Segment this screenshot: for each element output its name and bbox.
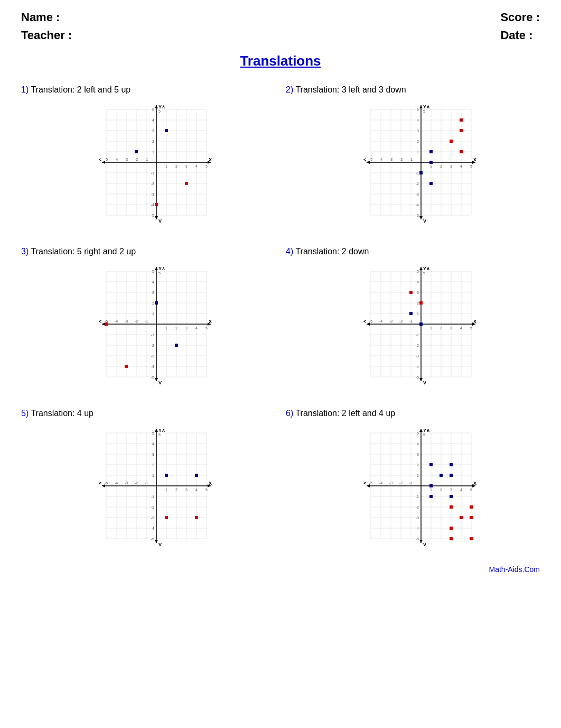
svg-rect-172 [125, 365, 128, 368]
svg-rect-354 [450, 495, 453, 498]
svg-text:-4: -4 [151, 365, 154, 368]
svg-text:V: V [423, 218, 426, 224]
svg-rect-231 [419, 322, 423, 326]
svg-rect-342 [450, 505, 453, 509]
svg-text:<: < [99, 481, 101, 486]
svg-text:-1: -1 [144, 481, 147, 485]
svg-text:2: 2 [175, 326, 177, 330]
svg-text:-3: -3 [389, 481, 392, 485]
svg-text:-2: -2 [415, 344, 418, 347]
teacher-label: Teacher : [21, 29, 72, 42]
svg-text:-1: -1 [151, 171, 154, 175]
problem-3: 3) Translation: 5 right and 2 up-5-4-3-2… [21, 247, 275, 388]
svg-text:-3: -3 [124, 481, 127, 485]
name-label: Name : [21, 11, 72, 24]
svg-text:4: 4 [195, 326, 198, 330]
graph-5: -5-4-3-2-112345-5-4-3-2-112345Y∧5VX< [80, 422, 217, 549]
svg-text:-1: -1 [144, 319, 147, 323]
problem-label-3: 3) Translation: 5 right and 2 up [21, 247, 275, 256]
svg-text:-3: -3 [151, 192, 154, 196]
svg-text:V: V [423, 380, 426, 385]
svg-text:-2: -2 [134, 319, 137, 323]
problem-label-4: 4) Translation: 2 down [286, 247, 540, 256]
svg-text:Y∧: Y∧ [158, 266, 165, 271]
svg-marker-84 [419, 216, 423, 219]
svg-text:3: 3 [185, 164, 188, 168]
svg-marker-27 [155, 216, 158, 219]
svg-rect-56 [135, 150, 138, 153]
svg-text:-1: -1 [415, 171, 418, 175]
svg-text:V: V [423, 542, 426, 547]
svg-text:-4: -4 [415, 203, 418, 207]
svg-text:<: < [363, 481, 366, 486]
svg-marker-26 [155, 105, 158, 108]
svg-text:1: 1 [165, 164, 167, 168]
svg-text:1: 1 [165, 488, 167, 492]
svg-text:2: 2 [440, 488, 442, 492]
svg-marker-315 [419, 429, 423, 432]
svg-text:Y∧: Y∧ [158, 428, 165, 433]
svg-text:<: < [99, 157, 101, 162]
svg-text:5: 5 [158, 109, 161, 113]
svg-text:-1: -1 [415, 495, 418, 499]
svg-rect-171 [105, 322, 108, 326]
svg-text:1: 1 [152, 312, 154, 316]
svg-text:5: 5 [158, 271, 161, 275]
svg-text:-5: -5 [369, 158, 372, 161]
svg-rect-228 [409, 291, 413, 294]
svg-text:-5: -5 [415, 375, 418, 379]
svg-marker-83 [419, 105, 423, 108]
svg-text:5: 5 [423, 109, 425, 113]
svg-text:3: 3 [152, 453, 154, 456]
svg-text:-4: -4 [379, 158, 382, 161]
svg-text:-1: -1 [409, 158, 412, 161]
svg-text:5: 5 [152, 431, 154, 435]
svg-text:-4: -4 [114, 158, 117, 161]
svg-text:-4: -4 [379, 481, 382, 485]
svg-text:V: V [158, 542, 162, 547]
svg-text:4: 4 [460, 488, 462, 492]
page-title: Translations [21, 53, 540, 69]
svg-rect-347 [470, 537, 473, 540]
svg-text:1: 1 [165, 326, 167, 330]
svg-text:5: 5 [423, 433, 425, 437]
svg-text:2: 2 [175, 164, 177, 168]
svg-text:4: 4 [152, 280, 154, 284]
svg-text:-5: -5 [415, 537, 418, 541]
svg-text:2: 2 [417, 463, 419, 467]
svg-text:-3: -3 [151, 354, 154, 358]
svg-text:3: 3 [185, 488, 188, 492]
svg-text:X: X [473, 481, 476, 486]
svg-rect-110 [460, 118, 463, 122]
svg-rect-115 [429, 161, 433, 164]
svg-text:-3: -3 [415, 516, 418, 520]
svg-marker-202 [419, 378, 423, 381]
header-right: Score : Date : [500, 11, 540, 42]
svg-text:-5: -5 [415, 214, 418, 217]
svg-text:5: 5 [205, 326, 208, 330]
svg-text:-3: -3 [415, 354, 418, 358]
svg-rect-286 [195, 516, 198, 519]
svg-text:5: 5 [158, 433, 161, 437]
svg-text:1: 1 [152, 474, 154, 477]
svg-text:X: X [209, 481, 212, 486]
svg-text:3: 3 [450, 164, 452, 168]
svg-text:-2: -2 [399, 481, 402, 485]
svg-rect-343 [470, 505, 473, 509]
svg-text:1: 1 [417, 150, 419, 154]
problem-2: 2) Translation: 3 left and 3 down-5-4-3-… [286, 85, 540, 226]
svg-text:4: 4 [417, 280, 419, 284]
svg-text:-1: -1 [151, 495, 154, 499]
problem-1: 1) Translation: 2 left and 5 up-5-4-3-2-… [21, 85, 275, 226]
svg-text:5: 5 [152, 270, 154, 273]
svg-text:-5: -5 [151, 214, 154, 217]
svg-text:5: 5 [205, 488, 208, 492]
svg-text:4: 4 [152, 118, 154, 122]
svg-rect-55 [165, 129, 168, 132]
svg-text:2: 2 [152, 140, 154, 143]
svg-text:3: 3 [185, 326, 188, 330]
svg-text:-5: -5 [369, 481, 372, 485]
svg-text:1: 1 [417, 312, 419, 316]
svg-rect-350 [450, 463, 453, 466]
svg-rect-351 [440, 474, 443, 477]
